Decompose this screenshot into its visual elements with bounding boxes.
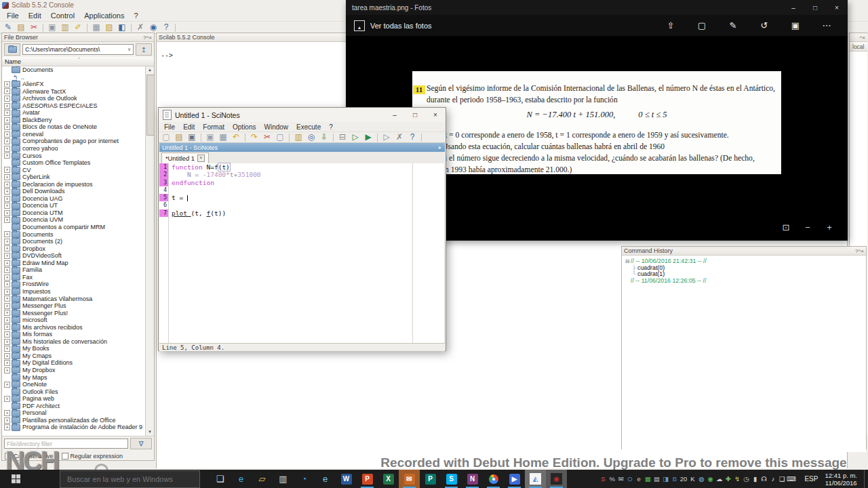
save-file-icon[interactable]: ▣ — [186, 133, 197, 142]
undo-icon[interactable]: ↶ — [231, 133, 241, 142]
demos-icon[interactable]: ◉ — [148, 23, 159, 32]
name-column-header[interactable]: Name ^ — [2, 57, 154, 66]
code-tree-icon[interactable]: ⊟ — [337, 133, 348, 142]
taskbar-app-internet-explorer[interactable]: e — [315, 470, 336, 488]
execute-echo-icon[interactable]: ▷ — [381, 133, 392, 142]
tree-item[interactable]: PDF Architect — [2, 403, 154, 410]
expand-icon[interactable]: + — [4, 203, 10, 209]
taskbar-app-edge[interactable]: e — [231, 470, 252, 488]
tree-item[interactable]: My Maps — [2, 374, 154, 382]
copy-icon[interactable]: ▢ — [275, 133, 285, 142]
taskbar-app-outlook[interactable]: ✉ — [399, 470, 420, 488]
save-as-icon[interactable]: ▣ — [205, 133, 216, 142]
expander-icon[interactable]: ⊟ — [625, 258, 631, 265]
taskbar-app-onenote[interactable]: N — [462, 470, 483, 488]
expand-icon[interactable]: + — [4, 382, 10, 388]
tree-item[interactable]: +Archivos de Outlook — [2, 95, 154, 102]
scrollbar-thumb[interactable] — [146, 75, 154, 136]
tree-item[interactable]: +My Digital Editions — [2, 359, 154, 367]
tree-item[interactable]: +AlienFX — [2, 81, 154, 88]
tree-item[interactable]: Custom Office Templates — [2, 159, 154, 167]
tree-item[interactable]: +Mis historiales de conversación — [2, 338, 154, 346]
taskbar-app-photos[interactable]: ◭ — [525, 470, 546, 488]
expand-icon[interactable]: + — [4, 281, 10, 287]
panel-button[interactable]: × — [149, 35, 152, 41]
tray-health-icon[interactable]: ✚ — [724, 475, 732, 483]
expand-icon[interactable]: + — [4, 131, 10, 138]
close-button[interactable]: × — [826, 0, 848, 15]
tree-item[interactable]: +Pagina web — [2, 395, 154, 403]
more-icon[interactable]: ⋯ — [816, 20, 837, 30]
edit-icon[interactable]: ✎ — [723, 20, 743, 30]
expand-icon[interactable]: + — [4, 289, 10, 295]
tree-item[interactable]: +Plantillas personalizadas de Office — [2, 417, 154, 424]
scinotes-menu-format[interactable]: Format — [199, 123, 228, 131]
tree-item[interactable]: +Documents (2) — [2, 238, 154, 245]
tree-item[interactable]: +My Dropbox — [2, 367, 154, 374]
expand-icon[interactable]: + — [4, 103, 10, 109]
change-directory-icon[interactable]: ▧ — [104, 23, 115, 32]
scinotes-menu-options[interactable]: Options — [229, 123, 259, 131]
tree-item[interactable]: +Familia — [2, 266, 154, 274]
expand-icon[interactable]: + — [4, 196, 10, 202]
tree-item[interactable]: +Docencia UVM — [2, 216, 154, 224]
scinotes-titlebar[interactable]: Untitled 1 - SciNotes – □ × — [159, 108, 446, 122]
scroll-down-icon[interactable]: ▼ — [146, 428, 154, 436]
clear-console-icon[interactable]: ✐ — [73, 23, 83, 32]
tray-clock-icon[interactable]: ◷ — [742, 475, 750, 483]
fotos-titlebar[interactable]: tarea maestria.png - Fotos – □ × — [346, 0, 848, 15]
expand-icon[interactable]: + — [4, 96, 10, 102]
tray-cloud-icon[interactable]: ☁ — [715, 475, 724, 483]
tray-keyboard-icon[interactable]: ⌨ — [787, 475, 795, 483]
expand-icon[interactable]: + — [4, 410, 10, 416]
scinotes-menu-edit[interactable]: Edit — [180, 123, 198, 131]
expand-icon[interactable]: + — [4, 88, 10, 94]
help-icon[interactable]: ? — [161, 23, 172, 32]
code-line[interactable]: N = -17400*t+351000 — [172, 171, 412, 178]
tray-eset-icon[interactable]: e — [635, 475, 643, 483]
code-line[interactable]: plot (t, f(t)) — [172, 209, 412, 217]
start-button[interactable] — [0, 470, 31, 488]
tree-item[interactable]: +OneNote — [2, 381, 154, 388]
expand-icon[interactable]: + — [4, 396, 10, 402]
zoom-in-button[interactable]: + — [823, 222, 835, 232]
expand-icon[interactable]: + — [4, 303, 10, 309]
tree-item[interactable]: +Impuestos — [2, 288, 154, 296]
tree-item[interactable]: +Dell Downloads — [2, 188, 154, 195]
scilab-menu-edit[interactable]: Edit — [24, 11, 45, 20]
tree-item[interactable]: +correo yahoo — [2, 145, 154, 152]
scilab-menu-applications[interactable]: Applications — [80, 11, 128, 20]
taskbar-app-publisher[interactable]: P — [420, 470, 441, 488]
cut-icon[interactable]: ✂ — [262, 133, 273, 142]
expand-icon[interactable]: + — [4, 210, 10, 216]
tree-item[interactable]: +Dropbox — [2, 245, 154, 253]
tree-item[interactable]: +Mis formas — [2, 331, 154, 338]
expand-icon[interactable]: + — [4, 317, 10, 323]
tree-item[interactable]: Outlook Files — [2, 388, 154, 396]
tree-item[interactable]: +Mis archivos recibidos — [2, 324, 154, 331]
launch-scinotes-icon[interactable]: ✎ — [3, 23, 14, 32]
tab-close-icon[interactable]: × — [197, 155, 205, 162]
minimize-button[interactable]: – — [384, 108, 405, 122]
scilab-menu-file[interactable]: File — [3, 11, 23, 20]
paste-icon[interactable]: ▥ — [293, 133, 304, 142]
expand-icon[interactable]: + — [4, 296, 10, 302]
code-line[interactable]: t = — [172, 194, 412, 201]
tree-item[interactable]: +Matematicas Vilahermosa — [2, 296, 154, 303]
search-input[interactable] — [60, 474, 199, 484]
expand-icon[interactable]: + — [4, 331, 10, 338]
scinotes-menu-window[interactable]: Window — [261, 123, 292, 131]
execute-icon[interactable]: ▷ — [350, 133, 361, 142]
taskbar-app-debut[interactable]: ◉ — [546, 470, 567, 488]
folder-icon[interactable] — [4, 43, 20, 56]
filter-funnel-button[interactable]: ∇ — [130, 438, 152, 449]
zoom-out-button[interactable]: − — [802, 222, 814, 232]
code-editor[interactable]: 1234567 function N=f(t) N = -17400*t+351… — [159, 163, 445, 343]
expand-icon[interactable]: + — [4, 418, 10, 424]
tray-antivirus-icon[interactable]: S — [599, 475, 607, 483]
chevron-down-icon[interactable]: ∨ — [127, 47, 131, 52]
code-line[interactable] — [172, 201, 412, 209]
close-button[interactable]: × — [425, 108, 446, 122]
find-icon[interactable]: ◎ — [306, 133, 317, 142]
expand-icon[interactable]: + — [4, 117, 10, 123]
